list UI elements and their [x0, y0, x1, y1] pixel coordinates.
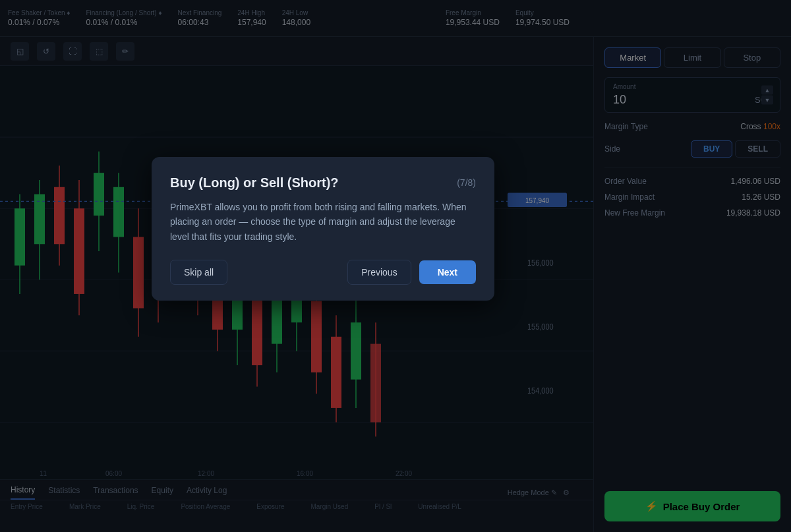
next-button[interactable]: Next [419, 260, 476, 284]
skip-all-button[interactable]: Skip all [170, 260, 227, 285]
popup-step: (7/8) [457, 177, 476, 188]
popup-header: Buy (Long) or Sell (Short)? (7/8) [170, 175, 476, 191]
previous-button[interactable]: Previous [347, 260, 411, 285]
tutorial-popup: Buy (Long) or Sell (Short)? (7/8) PrimeX… [152, 157, 494, 301]
popup-body: PrimeXBT allows you to profit from both … [170, 200, 476, 244]
popup-actions: Skip all Previous Next [170, 260, 476, 285]
popup-title: Buy (Long) or Sell (Short)? [170, 175, 339, 191]
